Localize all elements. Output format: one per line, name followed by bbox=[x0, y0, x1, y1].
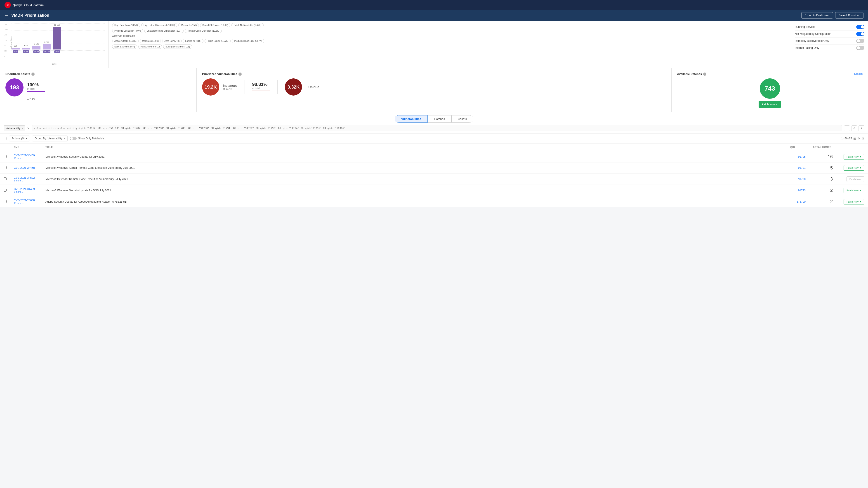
chevron-down-icon: ▼ bbox=[860, 201, 862, 203]
page-range: 1 - 5 of 5 bbox=[841, 137, 852, 140]
th-qid[interactable]: QID bbox=[786, 143, 809, 151]
cve-more-3[interactable]: 1 more... bbox=[14, 180, 38, 182]
qid-value-5[interactable]: 375700 bbox=[797, 200, 806, 203]
card-divider2 bbox=[277, 80, 278, 94]
tag-wormable[interactable]: Wormable (157) bbox=[178, 23, 199, 27]
cve-link-4[interactable]: CVE-2021-34499 bbox=[14, 188, 35, 191]
filter-query-text[interactable]: vulnerabilities.vulnerability:(qid:'5011… bbox=[32, 125, 842, 131]
filter-type-selector[interactable]: Vulnerability ▼ bbox=[4, 125, 25, 131]
assets-info-icon[interactable]: i bbox=[31, 72, 35, 76]
row-checkbox[interactable] bbox=[4, 200, 6, 203]
tab-vulnerabilities[interactable]: Vulnerabilities bbox=[395, 115, 428, 123]
filter-clear-button[interactable]: ✕ bbox=[27, 127, 30, 130]
th-cve[interactable]: CVE bbox=[10, 143, 42, 151]
tab-patches[interactable]: Patches bbox=[428, 115, 452, 123]
th-checkbox bbox=[0, 143, 10, 151]
cve-link-1[interactable]: CVE-2021-34459 bbox=[14, 154, 35, 157]
tag-ransomware[interactable]: Ransomware (510) bbox=[138, 44, 162, 49]
assets-progress-fill bbox=[27, 91, 45, 92]
settings-icon[interactable]: ⚙ bbox=[862, 137, 864, 140]
save-download-button[interactable]: Save & Download bbox=[835, 12, 864, 19]
tag-rce[interactable]: Remote Code Execution (10.6K) bbox=[185, 29, 222, 33]
cve-link-5[interactable]: CVE-2021-28638 bbox=[14, 199, 35, 202]
qualys-logo-icon: Q bbox=[4, 2, 11, 8]
tag-public-exploit[interactable]: Public Exploit (5.57K) bbox=[205, 39, 231, 43]
tab-assets[interactable]: Assets bbox=[452, 115, 473, 123]
assets-pct-sub: of total bbox=[27, 88, 45, 90]
tag-unauth-exploit[interactable]: Unauthenticated Exploitation (503) bbox=[144, 29, 183, 33]
tag-high-lateral[interactable]: High Lateral Movement (10.3K) bbox=[141, 23, 177, 27]
chevron-down-icon: ▼ bbox=[21, 127, 23, 129]
row-checkbox[interactable] bbox=[4, 166, 6, 169]
cve-cell-1: CVE-2021-34459 71 more... bbox=[10, 151, 42, 162]
logo-letter: Q bbox=[7, 4, 9, 6]
vulns-card-title: Prioritized Vulnerabilities i bbox=[202, 72, 666, 76]
patch-now-button-2[interactable]: Patch Now ▼ bbox=[844, 165, 864, 170]
cve-more-5[interactable]: 18 more... bbox=[14, 202, 38, 204]
toggle-remotely-discoverable[interactable] bbox=[856, 39, 864, 43]
back-button[interactable]: ← bbox=[4, 13, 8, 18]
toggle-not-mitigated[interactable] bbox=[856, 32, 864, 36]
tag-active-attacks[interactable]: Active Attacks (6.01K) bbox=[112, 39, 139, 43]
tag-zero-day[interactable]: Zero Day (748) bbox=[162, 39, 182, 43]
tag-exploit-kit[interactable]: Exploit Kit (815) bbox=[183, 39, 204, 43]
patches-card-title: Available Patches i bbox=[677, 72, 863, 76]
tag-priv-esc[interactable]: Privilege Escalation (3.9K) bbox=[112, 29, 143, 33]
qid-value-3[interactable]: 91790 bbox=[798, 177, 806, 181]
filter-add-button[interactable]: + bbox=[844, 125, 850, 131]
toggle-internet-facing[interactable] bbox=[856, 46, 864, 50]
filter-label-internet-facing: Internet Facing Only bbox=[795, 46, 819, 50]
qid-value-2[interactable]: 91791 bbox=[798, 166, 806, 169]
patch-now-button-5[interactable]: Patch Now ▼ bbox=[844, 199, 864, 204]
cve-link-2[interactable]: CVE-2021-34458 bbox=[14, 166, 35, 169]
bar-value: 936 bbox=[14, 45, 17, 47]
patch-now-button-main[interactable]: Patch Now ▼ bbox=[758, 101, 781, 108]
cve-more-4[interactable]: 8 more... bbox=[14, 191, 38, 193]
unique-count-circle: 3.32K bbox=[285, 78, 302, 96]
row-checkbox[interactable] bbox=[4, 155, 6, 158]
row-checkbox[interactable] bbox=[4, 189, 6, 192]
action-cell-5: Patch Now ▼ bbox=[836, 196, 868, 207]
patch-now-button-1[interactable]: Patch Now ▼ bbox=[844, 154, 864, 160]
toggle-knob bbox=[857, 39, 860, 42]
th-total-hosts[interactable]: TOTAL HOSTS bbox=[809, 143, 836, 151]
bar-label-91-180: 91-180 bbox=[43, 51, 51, 53]
group-by-dropdown[interactable]: Group By: Vulnerability ▼ bbox=[32, 135, 68, 141]
export-dashboard-button[interactable]: Export to Dashboard bbox=[801, 12, 833, 19]
show-patchable-toggle[interactable] bbox=[70, 137, 76, 140]
filter-help-button[interactable]: ? bbox=[859, 125, 864, 131]
toggle-knob bbox=[861, 25, 864, 29]
tag-easy-exploit[interactable]: Easy Exploit (8.55K) bbox=[112, 44, 137, 49]
qid-value-4[interactable]: 91793 bbox=[798, 189, 806, 192]
bar-group-0-30: 936 0-30 bbox=[11, 45, 20, 53]
assets-stats: 100% of total bbox=[27, 82, 45, 93]
patches-details-link[interactable]: Details bbox=[854, 72, 863, 75]
assets-card-content: 193 100% of total bbox=[5, 78, 191, 96]
tag-high-data-loss[interactable]: High Data Loss (10.5K) bbox=[112, 23, 140, 27]
select-all-checkbox[interactable] bbox=[4, 137, 7, 140]
filter-label-remotely-discoverable: Remotely Discoverable Only bbox=[795, 39, 829, 42]
qid-cell-3: 91790 bbox=[786, 173, 809, 185]
qid-value-1[interactable]: 91795 bbox=[798, 155, 806, 158]
refresh-icon[interactable]: ↻ bbox=[857, 137, 860, 140]
tag-predicted-high-risk[interactable]: Predicted High Risk (6.57K) bbox=[232, 39, 264, 43]
row-checkbox-cell bbox=[0, 185, 10, 196]
patch-now-button-4[interactable]: Patch Now ▼ bbox=[844, 188, 864, 193]
patches-info-icon[interactable]: i bbox=[703, 72, 706, 76]
tag-malware[interactable]: Malware (5.39K) bbox=[140, 39, 161, 43]
tag-patch-not-available[interactable]: Patch Not Available (1.47K) bbox=[231, 23, 264, 27]
tag-solorigate[interactable]: Solorigate Sunburst (15) bbox=[163, 44, 192, 49]
th-title[interactable]: TITLE bbox=[42, 143, 786, 151]
tag-dos[interactable]: Denial Of Service (10.6K) bbox=[200, 23, 230, 27]
view-grid-icon[interactable]: ⊞ bbox=[853, 137, 856, 140]
filter-expand-button[interactable]: ⤢ bbox=[851, 125, 857, 131]
toggle-running-service[interactable] bbox=[856, 25, 864, 29]
bar-61-90 bbox=[32, 46, 40, 50]
cve-link-3[interactable]: CVE-2021-34522 bbox=[14, 176, 35, 180]
row-checkbox[interactable] bbox=[4, 177, 6, 180]
vulns-info-icon[interactable]: i bbox=[239, 72, 242, 76]
actions-dropdown[interactable]: Actions (0) ▼ bbox=[9, 135, 30, 141]
cve-more-1[interactable]: 71 more... bbox=[14, 157, 38, 160]
instances-pct: 98.81% bbox=[252, 82, 270, 87]
qid-cell-4: 91793 bbox=[786, 185, 809, 196]
